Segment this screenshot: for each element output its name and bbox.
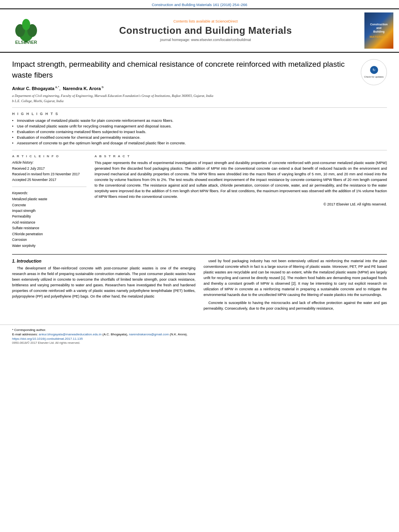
sciencedirect-name[interactable]: ScienceDirect <box>216 19 238 23</box>
keyword-item: Acid resistance <box>12 220 86 225</box>
received-date: Received 2 July 2017 <box>12 166 86 172</box>
email-1[interactable]: ankur.bhogayata@marwadieducation.edu.in <box>39 333 101 336</box>
cover-title-bottom: MATERIALS <box>370 35 388 39</box>
page: Construction and Building Materials 161 … <box>0 0 399 532</box>
keyword-item: Chloride penetration <box>12 231 86 237</box>
highlight-item: Evaluation of concrete containing metali… <box>12 129 387 134</box>
main-content: Impact strength, permeability and chemic… <box>0 53 399 320</box>
svg-text:ELSEVIER: ELSEVIER <box>15 40 37 45</box>
article-info-col: A R T I C L E I N F O Article history: R… <box>12 154 86 249</box>
intro-text-col1: The development of fiber-reinforced conc… <box>12 266 195 300</box>
email-2-suffix: (N.K. Arora). <box>169 333 188 336</box>
keyword-item: Impact strength <box>12 208 86 214</box>
bold-divider <box>12 254 387 255</box>
keyword-item: Sulfate resistance <box>12 225 86 231</box>
journal-homepage-url: journal homepage: www.elsevier.com/locat… <box>160 38 251 42</box>
keyword-item: Corrosion <box>12 237 86 242</box>
check-updates-badge: ↻ Check for updates <box>361 59 387 85</box>
keyword-item: Concrete <box>12 202 86 208</box>
body-text-section: 1. Introduction The development of fiber… <box>12 259 387 314</box>
cover-thumbnail: Construction and Building MATERIALS <box>364 12 393 49</box>
email-footer-line: E-mail addresses: ankur.bhogayata@marwad… <box>12 333 387 336</box>
email-label: E-mail addresses: <box>12 333 38 336</box>
journal-cover-image: Construction and Building MATERIALS <box>363 12 395 49</box>
highlight-item: Innovative usage of metalized plastic wa… <box>12 118 387 123</box>
corresponding-author-note: * Corresponding author. <box>12 328 387 332</box>
keyword-item: Metalized plastic waste <box>12 196 86 202</box>
highlight-item: Use of metalized plastic waste unfit for… <box>12 124 387 128</box>
email-1-suffix: (A.C. Bhogayata), <box>102 333 128 336</box>
info-abstract-section: A R T I C L E I N F O Article history: R… <box>12 154 387 249</box>
article-history-items: Received 2 July 2017 Received in revised… <box>12 166 86 183</box>
highlights-section: H I G H L I G H T S Innovative usage of … <box>12 112 387 145</box>
abstract-text: This paper represents the results of exp… <box>95 160 387 200</box>
highlight-item: Assessment of concrete to get the optimu… <box>12 141 387 145</box>
journal-title-section: Contents lists available at ScienceDirec… <box>52 12 359 49</box>
author-2-name: Narendra K. Arora <box>63 86 101 91</box>
author-2-sup: b <box>101 85 104 89</box>
svg-point-4 <box>22 19 30 30</box>
authors-line: Ankur C. Bhogayata a,*, Narendra K. Aror… <box>12 85 387 91</box>
cover-title-top: Construction and Building <box>370 23 388 33</box>
keyword-item: Permeability <box>12 214 86 219</box>
body-col-right: used by food packaging industry has not … <box>204 259 387 314</box>
body-col-left: 1. Introduction The development of fiber… <box>12 259 195 314</box>
keyword-item: Water sorptivity <box>12 243 86 249</box>
intro-text-col2: used by food packaging industry has not … <box>204 259 387 311</box>
paper-title-section: Impact strength, permeability and chemic… <box>12 59 387 80</box>
journal-main-title: Construction and Building Materials <box>119 25 292 36</box>
affiliations: a Department of Civil engineering, Facul… <box>12 93 387 104</box>
highlights-label: H I G H L I G H T S <box>12 112 387 116</box>
issn-line: 0950-0618/© 2017 Elsevier Ltd. All right… <box>12 341 387 345</box>
accepted-date: Accepted 25 November 2017 <box>12 177 86 183</box>
check-icon: ↻ <box>370 66 378 74</box>
author-1-name: Ankur C. Bhogayata <box>12 86 54 91</box>
divider-2 <box>12 150 387 150</box>
sciencedirect-line: Contents lists available at ScienceDirec… <box>173 19 238 23</box>
copyright-line: © 2017 Elsevier Ltd. All rights reserved… <box>95 202 387 206</box>
abstract-col: A B S T R A C T This paper represents th… <box>95 154 387 249</box>
abstract-label: A B S T R A C T <box>95 154 387 158</box>
received-revised-date: Received in revised form 23 November 201… <box>12 172 86 177</box>
journal-header: ELSEVIER Contents lists available at Sci… <box>0 8 399 53</box>
keywords-list: Metalized plastic waste Concrete Impact … <box>12 196 86 249</box>
footer-area: * Corresponding author. E-mail addresses… <box>0 325 399 348</box>
elsevier-logo-svg: ELSEVIER <box>8 16 44 45</box>
article-history-label: Article history: <box>12 160 86 164</box>
keywords-label: Keywords: <box>12 191 86 195</box>
divider-1 <box>12 107 387 108</box>
highlight-item: Evaluation of modified concrete for chem… <box>12 135 387 140</box>
journal-volume-info: Construction and Building Materials 161 … <box>0 0 399 8</box>
section-1-heading: 1. Introduction <box>12 259 195 263</box>
elsevier-logo-section: ELSEVIER <box>4 12 48 49</box>
highlights-list: Innovative usage of metalized plastic wa… <box>12 118 387 145</box>
email-2[interactable]: narendrakarora@gmail.com <box>129 333 169 336</box>
paper-title-text: Impact strength, permeability and chemic… <box>12 60 345 79</box>
author-1-sup: a,* <box>54 85 59 89</box>
article-info-label: A R T I C L E I N F O <box>12 154 86 158</box>
divider-keywords <box>12 187 86 187</box>
affiliation-1: a Department of Civil engineering, Facul… <box>12 93 387 99</box>
affiliation-2: b L.E. College, Morbi, Gujarat, India <box>12 99 387 104</box>
doi-link[interactable]: https://doi.org/10.1016/j.conbuildmat.20… <box>12 337 387 341</box>
